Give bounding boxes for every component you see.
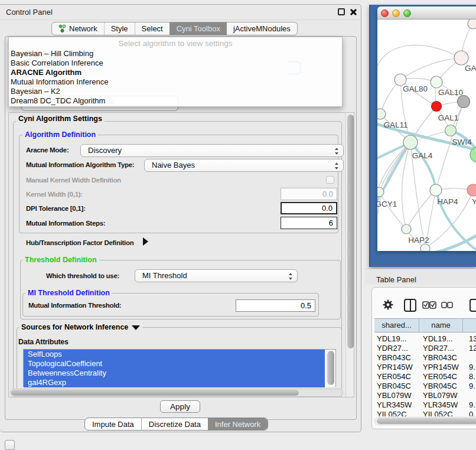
node-hap4[interactable]: [430, 184, 442, 196]
zoom-traffic-light[interactable]: [403, 9, 411, 17]
cyni-algorithm-settings-label: Cyni Algorithm Settings: [16, 115, 105, 123]
table-row[interactable]: YBR045CYBR045C9.: [377, 381, 475, 391]
close-traffic-light[interactable]: [381, 9, 389, 17]
expand-arrow-icon[interactable]: [143, 237, 148, 246]
tab-impute-data[interactable]: Impute Data: [85, 418, 141, 430]
mi-threshold-field[interactable]: 0.5: [236, 299, 315, 312]
tab-style[interactable]: Style: [104, 22, 135, 35]
network-canvas[interactable]: GAL80 GAL10 GAL1 GAL11 SWI4 GAL4 HAP4 GC…: [377, 19, 476, 251]
column-header-3[interactable]: [463, 319, 476, 332]
tab-discretize-data[interactable]: Discretize Data: [141, 418, 208, 430]
node-gray[interactable]: [458, 96, 470, 108]
attributes-scrollbar[interactable]: [327, 351, 334, 385]
gear-icon[interactable]: [382, 299, 394, 311]
table-row[interactable]: YLR345WYLR345W9.: [377, 400, 475, 410]
close-icon[interactable]: [349, 8, 357, 16]
table-panel: shared... name YDL19...YDL19...13 YDR27.…: [371, 287, 476, 429]
dpi-tolerance-field[interactable]: 0.0: [281, 202, 337, 214]
mi-threshold-definition-label: MI Threshold Definition: [25, 289, 112, 297]
attribute-item[interactable]: SelfLoops: [24, 350, 325, 359]
algorithm-option[interactable]: Dream8 DC_TDC Algorithm: [11, 96, 105, 105]
unchecked-boxes-icon[interactable]: [441, 302, 453, 309]
node-label: GAL4: [412, 151, 433, 160]
checked-boxes-icon[interactable]: [422, 301, 436, 309]
tab-impute-data-label: Impute Data: [92, 420, 134, 429]
mi-type-combo[interactable]: Naive Bayes: [144, 159, 344, 172]
cell: YBR043C: [377, 353, 423, 363]
node-swi4[interactable]: [445, 125, 457, 136]
column-header-shared[interactable]: shared...: [374, 319, 419, 332]
minimize-traffic-light[interactable]: [392, 9, 400, 17]
node-hap2[interactable]: [402, 224, 411, 234]
settings-scroll-area: Cyni Algorithm Settings Algorithm Defini…: [8, 112, 354, 397]
which-threshold-combo[interactable]: MI Threshold: [135, 269, 298, 282]
hub-definition-label: Hub/Transcription Factor Definition: [26, 239, 133, 246]
algorithm-definition-label: Algorithm Definition: [22, 131, 98, 139]
window-title: Control Panel: [6, 8, 53, 17]
attribute-item[interactable]: BetweennessCentrality: [24, 369, 325, 378]
which-threshold-label: Which threshold to use:: [46, 272, 119, 279]
aracne-mode-combo[interactable]: Discovery: [80, 144, 344, 157]
tab-infer-network[interactable]: Infer Network: [208, 418, 268, 430]
node-gal11[interactable]: [377, 109, 386, 119]
attribute-item[interactable]: gal4RGexp: [24, 378, 325, 387]
attribute-item[interactable]: TopologicalCoefficient: [24, 359, 325, 369]
tab-jactivemnodules[interactable]: jActiveMNodules: [227, 22, 297, 35]
table-panel-title: Table Panel: [376, 275, 416, 284]
cell: 9.: [469, 381, 475, 391]
cell: 8.: [469, 372, 475, 381]
table-row[interactable]: YDR27...YDR27...12: [377, 344, 476, 353]
table-row[interactable]: YDL19...YDL19...13: [377, 334, 476, 344]
table-horizontal-scrollbar[interactable]: [374, 417, 476, 425]
cell: 0.: [469, 410, 475, 416]
column-header-name[interactable]: name: [419, 319, 463, 332]
node[interactable]: [468, 19, 476, 29]
tab-network[interactable]: Network: [52, 22, 104, 35]
node-gal4[interactable]: [403, 135, 418, 149]
table-row[interactable]: YBL079WYBL079W: [377, 391, 469, 400]
mi-steps-field[interactable]: 6: [281, 217, 337, 229]
data-attributes-list[interactable]: SelfLoops TopologicalCoefficient Between…: [23, 349, 336, 387]
settings-vertical-scrollbar[interactable]: [345, 113, 354, 397]
manual-kernel-checkbox[interactable]: [326, 176, 334, 184]
float-window-icon[interactable]: [338, 8, 345, 15]
cell: YDL19...: [377, 334, 423, 344]
cell: 13: [469, 334, 476, 344]
node-gal10[interactable]: [431, 76, 442, 88]
columns-icon[interactable]: [404, 299, 416, 312]
algorithm-option[interactable]: Basic Correlation Inference: [11, 58, 103, 67]
cell: YER054C: [423, 372, 469, 381]
tab-network-label: Network: [69, 24, 97, 33]
panel-corner-button[interactable]: [5, 440, 15, 450]
node-salmon[interactable]: [467, 184, 476, 196]
partial-icon[interactable]: [470, 299, 476, 312]
settings-horizontal-scrollbar[interactable]: [10, 389, 343, 397]
table-row[interactable]: YPR145WYPR145W9.: [377, 363, 475, 372]
collapse-arrow-icon[interactable]: [132, 325, 140, 330]
node-gcy1[interactable]: [377, 187, 384, 197]
sources-title-text: Sources for Network Inference: [21, 323, 128, 331]
cell: YPR145W: [377, 363, 423, 372]
apply-button[interactable]: Apply: [160, 400, 200, 413]
kernel-width-field[interactable]: 0.0: [281, 188, 337, 200]
kernel-width-label: Kernel Width (0,1):: [26, 191, 83, 198]
node-gal1[interactable]: [432, 102, 442, 112]
dpi-tolerance-label: DPI Tolerance [0,1]:: [26, 205, 86, 212]
tab-cyni-toolbox[interactable]: Cyni Toolbox: [169, 22, 227, 35]
tab-jactivemnodules-label: jActiveMNodules: [233, 24, 291, 33]
tab-select[interactable]: Select: [135, 22, 169, 35]
algorithm-option[interactable]: Bayesian – Hill Climbing: [11, 49, 93, 58]
algorithm-option[interactable]: Bayesian – K2: [11, 87, 60, 96]
table-row[interactable]: YIL052CYIL052C0.: [377, 410, 475, 416]
table-row[interactable]: YER054CYER054C8.: [377, 372, 475, 381]
algorithm-option[interactable]: Mutual Information Inference: [11, 77, 108, 86]
table-row[interactable]: YBR043CYBR043C: [377, 353, 469, 363]
node-label: SWI4: [452, 138, 471, 146]
algorithm-option-selected[interactable]: ARACNE Algorithm: [11, 68, 81, 77]
mi-threshold-label: Mutual Information Threshold:: [28, 302, 121, 309]
node-gal[interactable]: [454, 51, 468, 65]
node-table: shared... name YDL19...YDL19...13 YDR27.…: [374, 318, 476, 409]
combo-arrows-icon: [289, 272, 293, 281]
node[interactable]: [420, 244, 430, 251]
node-gal80[interactable]: [395, 74, 406, 86]
